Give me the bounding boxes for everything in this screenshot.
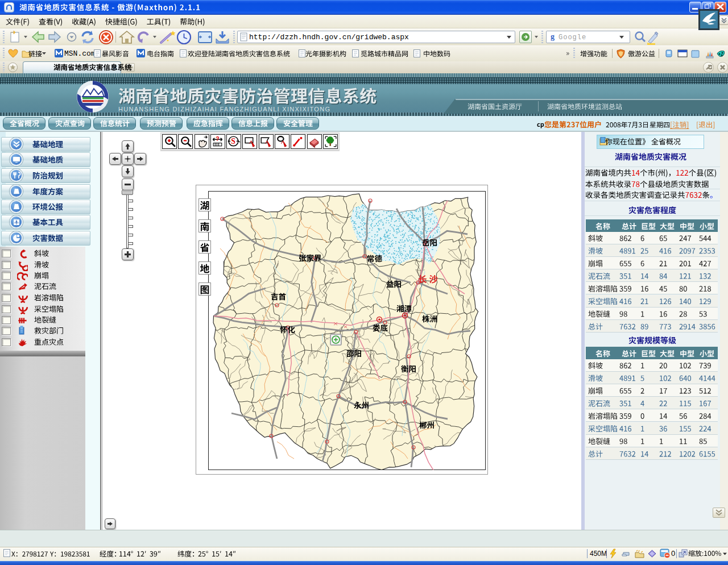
svg-text:?: ? <box>216 136 219 142</box>
svg-text:S: S <box>231 137 235 146</box>
